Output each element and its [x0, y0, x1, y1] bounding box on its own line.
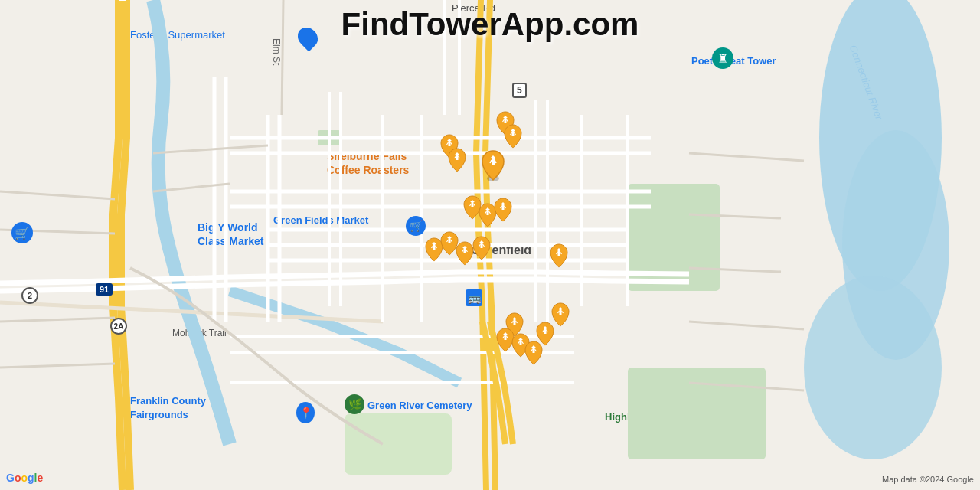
route-2a-label: 2A — [114, 322, 124, 331]
fosters-marker[interactable] — [299, 27, 317, 48]
green-fields-marker[interactable]: 🛒 — [406, 216, 426, 236]
franklin-county-marker[interactable]: 📍 — [296, 402, 315, 423]
svg-line-37 — [0, 191, 115, 199]
svg-line-40 — [0, 364, 115, 368]
svg-rect-5 — [345, 413, 452, 475]
svg-line-32 — [689, 153, 804, 161]
tower-pin-12[interactable] — [550, 243, 568, 268]
big-y-marker[interactable]: 🛒 — [11, 222, 33, 243]
tower-pin-7[interactable] — [494, 198, 512, 222]
tower-pin-featured[interactable] — [481, 149, 505, 181]
svg-rect-4 — [628, 368, 766, 459]
tower-pin-10[interactable] — [456, 241, 474, 266]
tower-pin-4[interactable] — [448, 148, 466, 172]
svg-line-39 — [0, 318, 115, 322]
map-data-attribution: Map data ©2024 Google — [882, 475, 974, 484]
bus-station-icon[interactable]: 🚌 — [466, 289, 482, 306]
green-river-marker[interactable]: 🌿 — [345, 394, 364, 414]
route-5-shield: 5 — [512, 83, 527, 98]
svg-line-35 — [689, 322, 804, 329]
map-container[interactable]: FindTowerApp.com — [0, 0, 980, 490]
google-logo: Google — [6, 472, 43, 484]
route-2-shield: 2 — [21, 287, 38, 304]
route-2a-shield: 2A — [110, 318, 127, 335]
tower-pin-18[interactable] — [551, 302, 570, 327]
site-title: FindTowerApp.com — [341, 6, 639, 43]
poets-seat-marker[interactable]: ♜ — [712, 47, 733, 69]
svg-point-2 — [804, 276, 942, 459]
tower-pin-11[interactable] — [472, 236, 491, 260]
tower-pin-2[interactable] — [504, 124, 522, 149]
svg-line-41 — [282, 0, 283, 115]
i91-shield: 91 — [96, 283, 113, 296]
